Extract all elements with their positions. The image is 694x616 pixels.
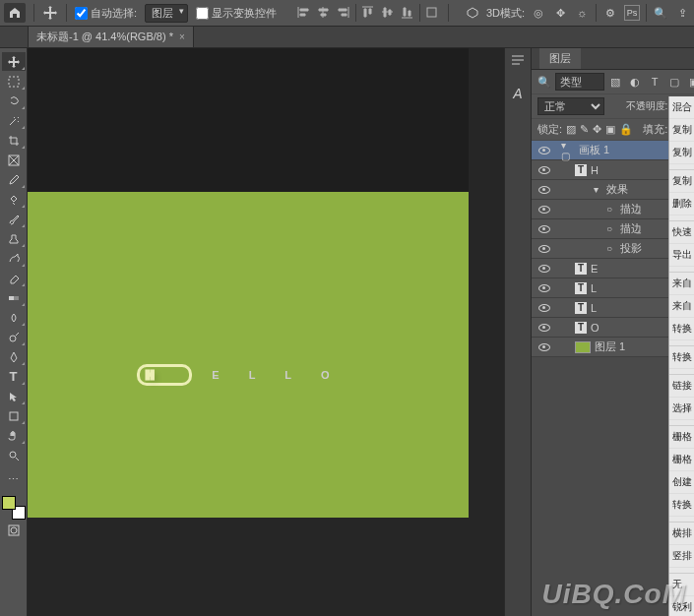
- brush-tool[interactable]: [2, 210, 26, 228]
- shape-tool[interactable]: [2, 406, 26, 425]
- heal-tool[interactable]: [2, 190, 26, 209]
- kind-select[interactable]: [555, 73, 604, 91]
- close-tab-icon[interactable]: ×: [179, 31, 185, 42]
- menu-item[interactable]: 横排: [669, 523, 694, 545]
- visibility-toggle[interactable]: [532, 186, 557, 194]
- path-select-tool[interactable]: [2, 387, 26, 405]
- search-icon[interactable]: 🔍: [653, 5, 668, 21]
- visibility-toggle[interactable]: [532, 206, 557, 214]
- character-icon[interactable]: A: [513, 86, 522, 101]
- 3d-icon[interactable]: [465, 5, 480, 21]
- svg-rect-0: [427, 8, 436, 17]
- align-hcenter-icon[interactable]: [316, 4, 332, 20]
- move-tool[interactable]: [2, 52, 26, 71]
- menu-item[interactable]: 链接: [669, 375, 694, 398]
- lock-artboard-icon[interactable]: ▣: [605, 123, 615, 136]
- menu-item[interactable]: 来自: [669, 295, 694, 318]
- menu-item[interactable]: 快速: [669, 221, 694, 244]
- pan3d-icon[interactable]: ✥: [552, 5, 568, 21]
- canvas-area[interactable]: HELLO: [28, 48, 504, 616]
- zoom-tool[interactable]: [2, 446, 26, 464]
- type-tool[interactable]: T: [2, 367, 26, 386]
- menu-item[interactable]: 删除: [669, 193, 694, 216]
- orbit-icon[interactable]: ◎: [531, 5, 546, 21]
- distribute-icon[interactable]: [424, 4, 440, 20]
- menu-item[interactable]: 混合: [669, 96, 694, 119]
- home-button[interactable]: [4, 3, 26, 23]
- type-filter-icon[interactable]: T: [648, 75, 662, 89]
- align-left-icon[interactable]: [296, 4, 312, 20]
- eraser-tool[interactable]: [2, 269, 26, 287]
- lock-paint-icon[interactable]: ✎: [580, 123, 589, 136]
- eyedropper-tool[interactable]: [2, 170, 26, 189]
- align-right-icon[interactable]: [336, 4, 351, 20]
- align-vcenter-icon[interactable]: [380, 4, 396, 20]
- auto-select-check[interactable]: 自动选择:: [75, 6, 137, 21]
- marquee-tool[interactable]: [2, 72, 26, 91]
- document-tab[interactable]: 未标题-1 @ 41.4%(RGB/8) * ×: [28, 26, 194, 47]
- layers-tab[interactable]: 图层: [539, 48, 581, 69]
- move-icon[interactable]: [42, 5, 58, 21]
- align-bottom-icon[interactable]: [400, 4, 415, 20]
- lasso-tool[interactable]: [2, 92, 26, 110]
- visibility-toggle[interactable]: [532, 304, 557, 312]
- adjust-filter-icon[interactable]: ◐: [628, 75, 642, 89]
- pen-tool[interactable]: [2, 347, 26, 366]
- lock-trans-icon[interactable]: ▨: [566, 123, 576, 136]
- align-top-icon[interactable]: [360, 4, 376, 20]
- paragraph-icon[interactable]: [510, 54, 526, 72]
- menu-item[interactable]: 复制: [669, 119, 694, 142]
- smart-filter-icon[interactable]: ▣: [687, 75, 694, 89]
- stamp-tool[interactable]: [2, 229, 26, 248]
- blend-mode-select[interactable]: 正常: [537, 97, 604, 115]
- quickmask-tool[interactable]: [2, 521, 26, 539]
- menu-item[interactable]: 来自: [669, 273, 694, 295]
- target-select[interactable]: 图层: [145, 4, 188, 23]
- menu-item[interactable]: 创建: [669, 471, 694, 494]
- light-icon[interactable]: ☼: [574, 5, 590, 21]
- auto-select-checkbox[interactable]: [75, 7, 88, 20]
- eye-icon: [538, 225, 550, 233]
- wand-tool[interactable]: [2, 111, 26, 130]
- menu-item[interactable]: 选择: [669, 398, 694, 420]
- blur-tool[interactable]: [2, 308, 26, 327]
- lock-pos-icon[interactable]: ✥: [593, 123, 601, 136]
- visibility-toggle[interactable]: [532, 225, 557, 233]
- menu-item[interactable]: 转换: [669, 318, 694, 340]
- menu-item[interactable]: 导出: [669, 244, 694, 267]
- visibility-toggle[interactable]: [532, 166, 557, 174]
- ps-icon[interactable]: Ps: [624, 5, 640, 21]
- eye-icon: [538, 284, 550, 292]
- menu-item[interactable]: 复制: [669, 170, 694, 193]
- edit-toolbar[interactable]: ⋯: [2, 470, 26, 489]
- transform-checkbox[interactable]: [196, 7, 209, 20]
- menu-item[interactable]: 复制: [669, 142, 694, 164]
- shape-filter-icon[interactable]: ▢: [667, 75, 681, 89]
- pixel-filter-icon[interactable]: ▧: [608, 75, 622, 89]
- separator: [66, 4, 67, 22]
- visibility-toggle[interactable]: [532, 324, 557, 332]
- gradient-tool[interactable]: [2, 288, 26, 307]
- menu-item[interactable]: 栅格: [669, 449, 694, 471]
- transform-controls-check[interactable]: 显示变换控件: [196, 6, 277, 21]
- share-icon[interactable]: ⇪: [674, 5, 690, 21]
- menu-item[interactable]: 栅格: [669, 426, 694, 449]
- visibility-toggle[interactable]: [532, 265, 557, 273]
- visibility-toggle[interactable]: [532, 245, 557, 253]
- lock-all-icon[interactable]: 🔒: [619, 123, 633, 136]
- menu-item[interactable]: 转换: [669, 494, 694, 517]
- visibility-toggle[interactable]: [532, 284, 557, 292]
- menu-item[interactable]: 竖排: [669, 545, 694, 568]
- history-brush-tool[interactable]: [2, 249, 26, 268]
- dodge-tool[interactable]: [2, 328, 26, 346]
- hand-tool[interactable]: [2, 426, 26, 445]
- foreground-swatch[interactable]: [2, 496, 16, 510]
- visibility-toggle[interactable]: [532, 147, 557, 154]
- frame-tool[interactable]: [2, 151, 26, 169]
- menu-item[interactable]: 转换: [669, 346, 694, 369]
- gear-icon[interactable]: ⚙: [602, 5, 618, 21]
- eye-icon: [538, 265, 550, 273]
- color-swatches[interactable]: [2, 496, 26, 520]
- visibility-toggle[interactable]: [532, 343, 557, 351]
- crop-tool[interactable]: [2, 131, 26, 150]
